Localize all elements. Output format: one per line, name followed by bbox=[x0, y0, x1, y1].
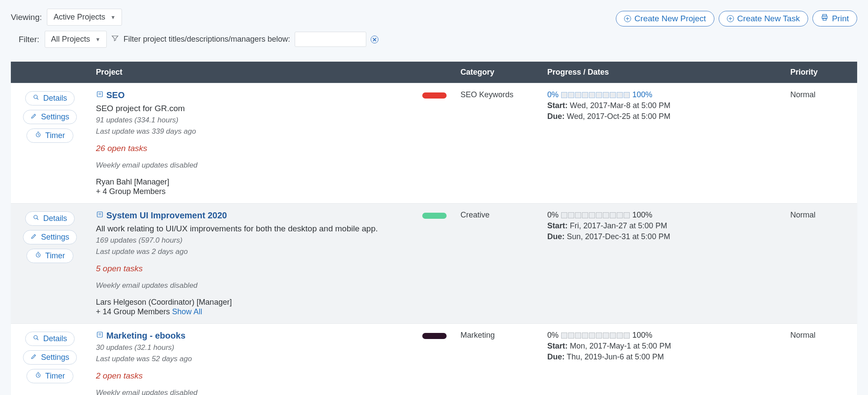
table-row: Details Settings Timer SEO SEO project f… bbox=[11, 83, 857, 204]
details-button[interactable]: Details bbox=[25, 211, 74, 226]
progress-0-label: 0% bbox=[547, 211, 559, 220]
project-start-date: Start: Wed, 2017-Mar-8 at 5:00 PM bbox=[547, 101, 776, 110]
print-label: Print bbox=[832, 14, 849, 23]
col-header-actions bbox=[11, 62, 89, 83]
svg-point-6 bbox=[34, 215, 37, 219]
progress-100-label: 100% bbox=[632, 211, 652, 220]
details-button[interactable]: Details bbox=[25, 332, 74, 346]
project-due-date: Due: Sun, 2017-Dec-31 at 5:00 PM bbox=[547, 232, 776, 241]
details-button[interactable]: Details bbox=[25, 91, 74, 105]
settings-button[interactable]: Settings bbox=[23, 230, 76, 244]
create-new-project-label: Create New Project bbox=[635, 14, 706, 23]
svg-point-3 bbox=[34, 95, 37, 99]
filter-input[interactable] bbox=[295, 32, 366, 47]
project-icon bbox=[96, 211, 104, 221]
search-icon bbox=[33, 94, 39, 103]
filter-select-value: All Projects bbox=[51, 35, 90, 44]
details-label: Details bbox=[43, 94, 67, 103]
create-new-project-button[interactable]: Create New Project bbox=[616, 11, 714, 26]
project-due-date: Due: Thu, 2019-Jun-6 at 5:00 PM bbox=[547, 352, 776, 362]
viewing-select-value: Active Projects bbox=[53, 13, 105, 22]
col-header-category: Category bbox=[454, 62, 540, 83]
chevron-down-icon: ▼ bbox=[111, 14, 116, 20]
project-due-date: Due: Wed, 2017-Oct-25 at 5:00 PM bbox=[547, 112, 776, 121]
funnel-icon bbox=[111, 34, 119, 44]
project-updates: 91 updates (334.1 hours) bbox=[96, 116, 447, 125]
print-button[interactable]: Print bbox=[812, 10, 857, 26]
project-members: + 14 Group Members Show All bbox=[96, 307, 447, 316]
project-title-link[interactable]: SEO bbox=[106, 90, 125, 100]
project-category: Creative bbox=[454, 204, 540, 324]
progress-0-label: 0% bbox=[547, 331, 559, 340]
svg-rect-8 bbox=[97, 212, 102, 217]
project-weekly-email: Weekly email updates disabled bbox=[96, 161, 447, 170]
project-category: Marketing bbox=[454, 324, 540, 395]
projects-table: Project Category Progress / Dates Priori… bbox=[11, 62, 857, 395]
progress-bar[interactable]: 0% 100% bbox=[547, 90, 776, 99]
project-description: All work relating to UI/UX improvements … bbox=[96, 224, 447, 234]
project-last-update: Last update was 2 days ago bbox=[96, 247, 447, 256]
close-circle-icon bbox=[371, 36, 378, 43]
progress-100-label: 100% bbox=[632, 90, 652, 99]
pencil-icon bbox=[30, 353, 37, 362]
project-priority: Normal bbox=[783, 324, 857, 395]
settings-button[interactable]: Settings bbox=[23, 110, 76, 124]
settings-label: Settings bbox=[41, 353, 69, 362]
project-start-date: Start: Mon, 2017-May-1 at 5:00 PM bbox=[547, 342, 776, 351]
plus-circle-icon bbox=[624, 15, 631, 22]
clear-filter-button[interactable] bbox=[371, 36, 378, 43]
create-new-task-button[interactable]: Create New Task bbox=[719, 11, 808, 26]
printer-icon bbox=[821, 13, 829, 23]
project-open-tasks: 26 open tasks bbox=[96, 144, 447, 153]
table-row: Details Settings Timer Marketing - ebook… bbox=[11, 324, 857, 395]
project-icon bbox=[96, 331, 104, 341]
viewing-select[interactable]: Active Projects ▼ bbox=[47, 9, 122, 26]
svg-rect-11 bbox=[97, 332, 102, 337]
timer-button[interactable]: Timer bbox=[26, 369, 73, 383]
project-title-link[interactable]: System UI Improvement 2020 bbox=[106, 211, 227, 221]
project-color-badge bbox=[422, 92, 447, 99]
project-updates: 30 updates (32.1 hours) bbox=[96, 343, 447, 352]
progress-bar: 0% 100% bbox=[547, 331, 776, 340]
col-header-project: Project bbox=[89, 62, 454, 83]
project-color-badge bbox=[422, 213, 447, 219]
project-title-link[interactable]: Marketing - ebooks bbox=[106, 331, 185, 341]
progress-0-label: 0% bbox=[547, 90, 559, 99]
filter-select[interactable]: All Projects ▼ bbox=[45, 31, 107, 48]
pencil-icon bbox=[30, 112, 37, 122]
clock-icon bbox=[35, 251, 42, 260]
project-open-tasks: 5 open tasks bbox=[96, 264, 447, 273]
progress-100-label: 100% bbox=[632, 331, 652, 340]
plus-circle-icon bbox=[727, 15, 734, 22]
project-last-update: Last update was 339 days ago bbox=[96, 127, 447, 136]
details-label: Details bbox=[43, 334, 67, 343]
project-weekly-email: Weekly email updates disabled bbox=[96, 281, 447, 290]
project-color-badge bbox=[422, 333, 447, 339]
svg-rect-2 bbox=[823, 18, 826, 20]
pencil-icon bbox=[30, 233, 37, 242]
timer-label: Timer bbox=[45, 251, 65, 260]
settings-button[interactable]: Settings bbox=[23, 350, 76, 365]
chevron-down-icon: ▼ bbox=[95, 36, 101, 43]
search-icon bbox=[33, 214, 39, 223]
project-description: SEO project for GR.com bbox=[96, 104, 447, 113]
filter-label: Filter: bbox=[19, 35, 39, 44]
project-last-update: Last update was 52 days ago bbox=[96, 355, 447, 363]
project-start-date: Start: Fri, 2017-Jan-27 at 5:00 PM bbox=[547, 221, 776, 230]
timer-button[interactable]: Timer bbox=[26, 249, 73, 263]
progress-bar: 0% 100% bbox=[547, 211, 776, 220]
details-label: Details bbox=[43, 214, 67, 223]
show-all-members-link[interactable]: Show All bbox=[172, 307, 202, 316]
settings-label: Settings bbox=[41, 112, 69, 122]
settings-label: Settings bbox=[41, 233, 69, 242]
create-new-task-label: Create New Task bbox=[737, 14, 800, 23]
timer-label: Timer bbox=[45, 372, 65, 381]
filter-help-text: Filter project titles/descriptions/manag… bbox=[123, 35, 290, 44]
timer-button[interactable]: Timer bbox=[26, 128, 73, 143]
clock-icon bbox=[35, 131, 42, 140]
project-open-tasks: 2 open tasks bbox=[96, 371, 447, 381]
svg-rect-5 bbox=[97, 92, 102, 97]
project-icon bbox=[96, 90, 104, 100]
clock-icon bbox=[35, 372, 42, 381]
project-priority: Normal bbox=[783, 204, 857, 324]
